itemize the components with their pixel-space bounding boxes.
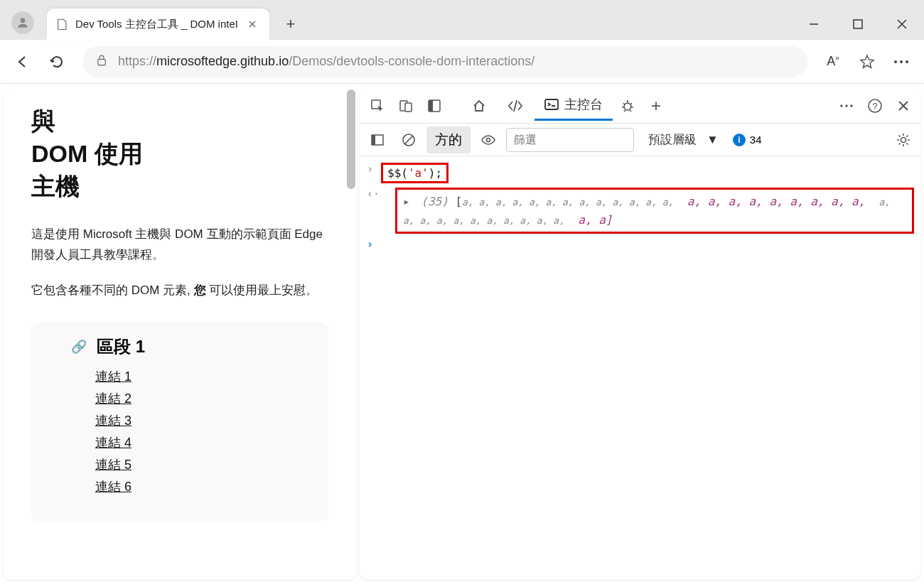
input-caret-icon: ›: [367, 163, 381, 175]
array-items: a, a, a, a, a, a, a, a, a, a, a, a, a,: [462, 197, 673, 207]
page-para-1: 這是使用 Microsoft 主機與 DOM 互動的示範頁面 Edge 開發人員…: [31, 225, 328, 266]
issues-indicator[interactable]: i 34: [733, 134, 762, 146]
address-bar[interactable]: https://microsoftedge.github.io/Demos/de…: [82, 46, 807, 77]
prompt-caret-icon: ›: [367, 238, 381, 251]
array-close: ]: [606, 213, 613, 227]
tab-console[interactable]: 主控台: [534, 91, 613, 121]
svg-rect-2: [854, 20, 862, 28]
window-titlebar: Dev Tools 主控台工具 _ DOM inteI +: [0, 0, 924, 40]
heading-line-3: 主機: [31, 173, 80, 200]
link-item[interactable]: 連結 3: [95, 412, 307, 429]
array-items: a, a, a,: [810, 195, 865, 208]
close-devtools-button[interactable]: [890, 92, 917, 119]
clear-icon: [402, 133, 416, 147]
eye-icon: [480, 132, 496, 148]
level-label: 預設層級: [648, 131, 697, 148]
link-item[interactable]: 連結 2: [95, 390, 307, 407]
inspect-button[interactable]: [364, 92, 391, 119]
tab-close-button[interactable]: [244, 16, 261, 33]
svg-text:?: ?: [872, 101, 877, 112]
svg-point-24: [901, 137, 906, 142]
filter-input[interactable]: [506, 128, 634, 152]
section-heading: 🔗 區段 1: [95, 335, 307, 358]
close-window-button[interactable]: [880, 9, 924, 40]
dock-button[interactable]: [421, 92, 448, 119]
main-split: 與 DOM 使用 主機 這是使用 Microsoft 主機與 DOM 互動的示範…: [0, 84, 924, 584]
read-aloud-button[interactable]: A»: [816, 45, 850, 79]
link-item[interactable]: 連結 1: [95, 368, 307, 385]
tab-elements[interactable]: [498, 91, 533, 121]
console-prompt-row[interactable]: ›: [367, 236, 914, 253]
url-path: /Demos/devtools-console-dom-interactions…: [289, 54, 534, 68]
svg-point-4: [894, 60, 897, 63]
inspect-icon: [370, 99, 385, 113]
clear-console-button[interactable]: [395, 126, 422, 153]
more-icon: [893, 60, 909, 64]
refresh-icon: [49, 54, 65, 70]
log-level-selector[interactable]: 預設層級 ▼: [648, 131, 719, 148]
expand-icon[interactable]: ▸: [403, 195, 410, 208]
profile-avatar[interactable]: [11, 11, 34, 34]
sidebar-toggle[interactable]: [364, 126, 391, 153]
svg-rect-12: [545, 99, 558, 109]
heading-line-2: DOM 使用: [31, 140, 143, 167]
chevron-down-icon: ▼: [707, 133, 719, 147]
tab-welcome[interactable]: [462, 91, 496, 121]
scrollbar-thumb[interactable]: [347, 90, 355, 189]
sidebar-icon: [370, 133, 385, 147]
link-item[interactable]: 連結 5: [95, 456, 307, 473]
svg-point-16: [850, 104, 853, 107]
page-icon: [55, 18, 68, 31]
svg-rect-11: [429, 100, 433, 112]
plus-icon: +: [651, 96, 661, 116]
new-tab-button[interactable]: +: [276, 10, 305, 38]
maximize-icon: [853, 19, 863, 29]
more-icon: [839, 104, 854, 108]
minimize-icon: [809, 19, 819, 29]
live-expression-button[interactable]: [475, 126, 502, 153]
issue-badge-icon: i: [733, 134, 746, 146]
array-open: [: [455, 195, 462, 208]
console-settings-button[interactable]: [890, 126, 917, 153]
more-button[interactable]: [884, 45, 918, 79]
bug-icon: [620, 98, 635, 114]
device-button[interactable]: [392, 92, 419, 119]
help-button[interactable]: ?: [861, 92, 888, 119]
devtools-topbar: 主控台 + ?: [360, 88, 921, 124]
link-item[interactable]: 連結 4: [95, 434, 307, 451]
add-tab-button[interactable]: +: [643, 92, 670, 119]
console-output[interactable]: › $$('a'); ‹· ▸ (35) [a, a, a, a, a, a, …: [360, 156, 921, 580]
svg-point-15: [845, 104, 848, 107]
page-heading: 與 DOM 使用 主機: [31, 105, 328, 203]
section-title: 區段 1: [97, 335, 145, 358]
svg-point-23: [487, 138, 490, 141]
tab-debugger[interactable]: [614, 92, 641, 119]
result-highlight[interactable]: ▸ (35) [a, a, a, a, a, a, a, a, a, a, a,…: [395, 188, 914, 234]
devtools-more-button[interactable]: [833, 92, 860, 119]
url-scheme: https://: [118, 54, 156, 68]
window-controls: [792, 9, 924, 40]
maximize-button[interactable]: [836, 9, 880, 40]
close-icon: [247, 19, 257, 29]
code-icon: [507, 99, 523, 113]
url-text: https://microsoftedge.github.io/Demos/de…: [118, 54, 534, 69]
svg-point-14: [840, 104, 843, 107]
console-filterbar: 方的 預設層級 ▼ i 34: [360, 124, 921, 156]
svg-point-6: [906, 60, 908, 63]
home-icon: [472, 99, 486, 113]
array-items: a, a: [578, 213, 606, 227]
link-item[interactable]: 連結 6: [95, 478, 307, 495]
minimize-button[interactable]: [792, 9, 836, 40]
page-scrollbar[interactable]: [347, 90, 355, 578]
back-button[interactable]: [6, 45, 40, 79]
context-selector[interactable]: 方的: [426, 126, 471, 153]
refresh-button[interactable]: [40, 45, 74, 79]
gear-icon: [896, 132, 911, 148]
favorite-button[interactable]: [850, 45, 884, 79]
page-body: 與 DOM 使用 主機 這是使用 Microsoft 主機與 DOM 互動的示範…: [3, 88, 357, 539]
page-para-2: 它包含各種不同的 DOM 元素, 您 可以使用最上安慰。: [31, 281, 328, 301]
close-icon: [898, 100, 909, 112]
array-length: (35): [421, 195, 448, 208]
command-highlight: $$('a');: [381, 163, 448, 183]
browser-tab[interactable]: Dev Tools 主控台工具 _ DOM inteI: [47, 9, 269, 40]
